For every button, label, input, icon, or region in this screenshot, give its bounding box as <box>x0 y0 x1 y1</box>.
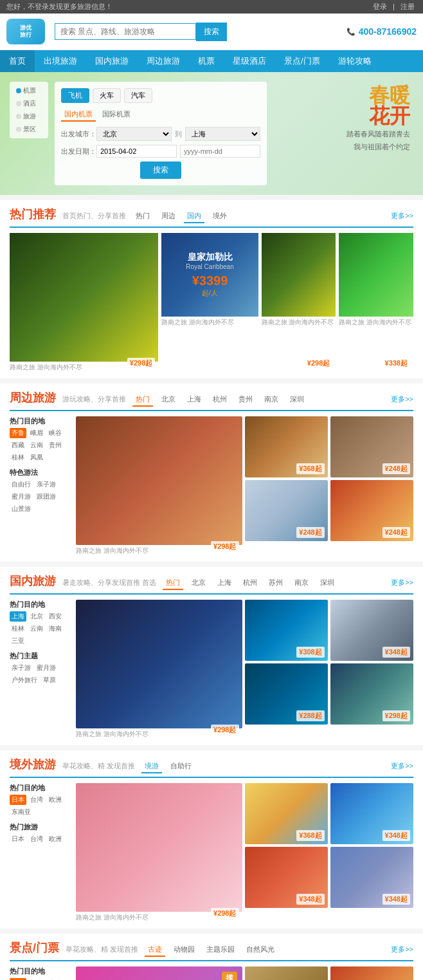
nearby-tab-shanghai[interactable]: 上海 <box>184 393 204 407</box>
side-ctrl-scenic[interactable]: 景区 <box>16 124 45 135</box>
dtheme-outdoor[interactable]: 户外旅行 <box>10 675 39 685</box>
side-ctrl-tour[interactable]: 旅游 <box>16 111 45 122</box>
scenic-tab-zoo[interactable]: 动物园 <box>170 943 198 957</box>
dtag-shanghai[interactable]: 上海 <box>10 611 26 622</box>
hot-item-3[interactable]: ¥298起 路南之旅 游向海内外不尽 <box>262 233 336 372</box>
domestic-item-4[interactable]: ¥348起 <box>330 600 413 661</box>
dtag-xian[interactable]: 西安 <box>47 611 64 622</box>
hot-item-4[interactable]: ¥338起 路南之旅 游向海内外不尽 <box>339 233 413 372</box>
arrival-select[interactable]: 上海 <box>185 127 260 141</box>
tab-intl-flight[interactable]: 国际机票 <box>99 108 134 122</box>
dtheme-family[interactable]: 亲子游 <box>10 663 33 673</box>
domestic-tab-shanghai[interactable]: 上海 <box>214 577 235 590</box>
tag-yunnan[interactable]: 云南 <box>28 440 45 450</box>
nav-item-ticket[interactable]: 机票 <box>189 50 224 72</box>
nearby-tab-guizhou[interactable]: 贵州 <box>235 393 256 407</box>
tag-mountain[interactable]: 山景游 <box>10 504 33 514</box>
nav-item-domestic[interactable]: 国内旅游 <box>86 50 138 72</box>
overseas-tab-free[interactable]: 自助行 <box>167 760 195 773</box>
departure-select[interactable]: 北京 <box>96 127 172 141</box>
nearby-item-3[interactable]: ¥248起 <box>245 480 328 541</box>
scenic-tab-ancient[interactable]: 古迹 <box>145 943 165 957</box>
nearby-item-2[interactable]: ¥368起 <box>245 416 328 477</box>
nearby-tab-hot[interactable]: 热门 <box>132 393 153 407</box>
scenic-item-4[interactable]: ¥368起 <box>330 966 413 980</box>
depart-date-input[interactable] <box>96 145 177 158</box>
nav-item-scenic[interactable]: 景点/门票 <box>275 50 329 72</box>
dtag-beijing[interactable]: 北京 <box>28 611 45 622</box>
nearby-tab-beijing[interactable]: 北京 <box>158 393 179 407</box>
nearby-more[interactable]: 更多>> <box>391 394 413 404</box>
form-search-button[interactable]: 搜索 <box>140 162 181 179</box>
otag-taiwan[interactable]: 台湾 <box>28 795 45 805</box>
nearby-item-4[interactable]: ¥248起 <box>330 416 413 477</box>
scenic-more[interactable]: 更多>> <box>391 945 413 954</box>
overseas-item-main[interactable]: ¥298起 路南之旅 游向海内外不尽 <box>76 783 242 922</box>
nav-item-hotel[interactable]: 星级酒店 <box>224 50 275 72</box>
hot-tab-overseas[interactable]: 境外 <box>210 210 230 223</box>
otour-europe[interactable]: 欧洲 <box>47 834 64 844</box>
domestic-item-main[interactable]: ¥298起 路南之旅 游向海内外不尽 <box>76 600 242 739</box>
nearby-tab-shenzhen[interactable]: 深圳 <box>287 393 307 407</box>
domestic-more[interactable]: 更多>> <box>391 578 413 587</box>
tab-train[interactable]: 火车 <box>93 88 121 103</box>
dtheme-honeymoon[interactable]: 蜜月游 <box>35 663 58 673</box>
dtag-hainan[interactable]: 海南 <box>47 624 64 634</box>
tag-family[interactable]: 亲子游 <box>35 479 58 490</box>
nav-item-overseas[interactable]: 出境旅游 <box>35 50 86 72</box>
domestic-tab-nanjing[interactable]: 南京 <box>291 577 312 590</box>
search-input[interactable] <box>55 23 196 40</box>
tag-tibet[interactable]: 西藏 <box>10 440 26 450</box>
hot-tab-nearby[interactable]: 周边 <box>158 210 179 223</box>
domestic-tab-hot[interactable]: 热门 <box>163 577 183 590</box>
overseas-item-2[interactable]: ¥368起 <box>245 783 328 844</box>
tag-guilin[interactable]: 桂林 <box>10 452 26 463</box>
scenic-item-2[interactable]: ¥368起 <box>245 966 328 980</box>
side-ctrl-hotel[interactable]: 酒店 <box>16 98 45 109</box>
domestic-tab-suzhou[interactable]: 苏州 <box>266 577 286 590</box>
register-link[interactable]: 注册 <box>401 3 415 10</box>
otag-sea[interactable]: 东南亚 <box>10 807 33 817</box>
tab-airplane[interactable]: 飞机 <box>61 88 89 103</box>
overseas-item-3[interactable]: ¥348起 <box>245 847 328 908</box>
tag-emei[interactable]: 峨眉 <box>28 428 45 438</box>
otour-taiwan[interactable]: 台湾 <box>28 834 45 844</box>
tag-guizhou[interactable]: 贵州 <box>47 440 64 450</box>
nav-item-cruise[interactable]: 游轮攻略 <box>329 50 381 72</box>
domestic-item-2[interactable]: ¥308起 <box>245 600 328 661</box>
overseas-more[interactable]: 更多>> <box>391 761 413 771</box>
domestic-item-5[interactable]: ¥298起 <box>330 663 413 725</box>
tag-canyon[interactable]: 峡谷 <box>47 428 64 438</box>
nearby-tab-nanjing[interactable]: 南京 <box>261 393 282 407</box>
otour-japan[interactable]: 日本 <box>10 834 26 844</box>
nav-item-nearby[interactable]: 周边旅游 <box>138 50 189 72</box>
scenic-tab-nature[interactable]: 自然风光 <box>243 943 278 957</box>
hot-item-cruise[interactable]: 皇家加勒比 Royal Caribbean ¥3399 起/人 路南之旅 游向海… <box>161 233 258 372</box>
nearby-item-main[interactable]: ¥298起 路南之旅 游向海内外不尽 <box>76 416 242 555</box>
dtag-yunnan[interactable]: 云南 <box>28 624 45 634</box>
hot-tab-domestic[interactable]: 国内 <box>184 210 204 223</box>
otag-europe[interactable]: 欧洲 <box>47 795 64 805</box>
overseas-item-4[interactable]: ¥348起 <box>330 783 413 844</box>
domestic-tab-hangzhou[interactable]: 杭州 <box>240 577 260 590</box>
tag-group[interactable]: 跟团游 <box>35 492 58 502</box>
tab-domestic-flight[interactable]: 国内机票 <box>61 108 96 122</box>
search-button[interactable]: 搜索 <box>196 23 227 41</box>
domestic-tab-beijing[interactable]: 北京 <box>188 577 209 590</box>
nav-item-home[interactable]: 首页 <box>0 50 35 72</box>
hot-item-main[interactable]: ¥298起 路南之旅 游向海内外不尽 <box>10 233 158 372</box>
overseas-tab-tour[interactable]: 境游 <box>141 760 162 773</box>
dtag-sanya[interactable]: 三亚 <box>10 636 26 646</box>
nearby-tab-hangzhou[interactable]: 杭州 <box>210 393 230 407</box>
dtheme-grassland[interactable]: 草原 <box>41 675 58 685</box>
side-ctrl-plane[interactable]: 机票 <box>16 85 45 97</box>
otag-japan[interactable]: 日本 <box>10 795 26 805</box>
tag-free-tour[interactable]: 自由行 <box>10 479 33 490</box>
domestic-item-3[interactable]: ¥288起 <box>245 663 328 725</box>
hot-tab-hot[interactable]: 热门 <box>132 210 153 223</box>
scenic-tab-theme[interactable]: 主题乐园 <box>203 943 238 957</box>
return-date-input[interactable] <box>180 145 260 158</box>
dtag-guilin[interactable]: 桂林 <box>10 624 26 634</box>
login-link[interactable]: 登录 <box>373 3 387 10</box>
scenic-item-main[interactable]: 揽 ¥298起 路南之旅 游向海内外不尽 <box>76 966 242 980</box>
